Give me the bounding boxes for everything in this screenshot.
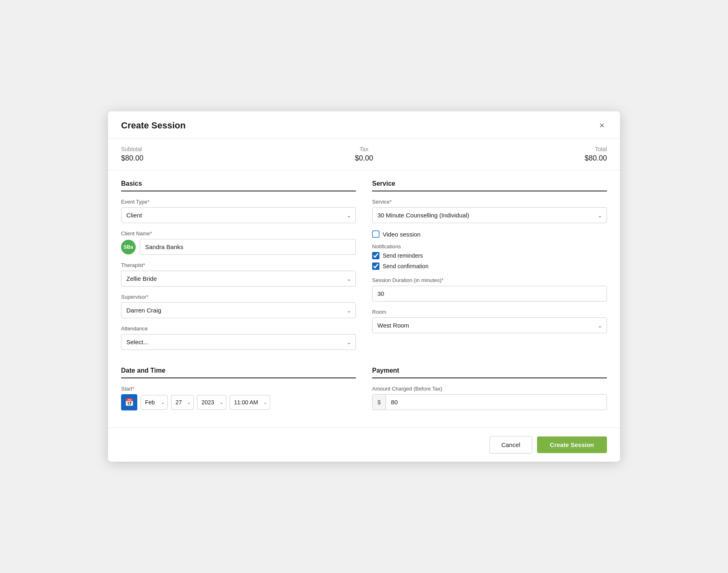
date-time-column: Date and Time Start* 📅 JanFebMar AprMayJ… xyxy=(121,367,356,418)
send-reminders-item: Send reminders xyxy=(372,252,607,259)
start-label: Start* xyxy=(121,386,356,392)
form-body: Basics Event Type* Client Group Other ⌄ xyxy=(108,170,620,357)
send-reminders-checkbox[interactable] xyxy=(372,252,379,259)
duration-label: Session Duration (in minutes)* xyxy=(372,277,607,283)
send-confirmation-label: Send confirmation xyxy=(383,263,429,269)
calendar-button[interactable]: 📅 xyxy=(121,394,137,410)
event-type-label: Event Type* xyxy=(121,199,356,205)
modal-title: Create Session xyxy=(121,120,186,131)
date-time-section-title: Date and Time xyxy=(121,367,356,378)
service-select[interactable]: 30 Minute Counselling (Individual) xyxy=(373,208,607,223)
video-session-label: Video session xyxy=(383,231,420,238)
supervisor-select[interactable]: Darren Craig xyxy=(121,303,355,318)
amount-group: Amount Charged (Before Tax) $ xyxy=(372,386,607,410)
checkbox-group: Send reminders Send confirmation xyxy=(372,252,607,270)
video-session-checkbox[interactable] xyxy=(372,230,379,238)
start-group: Start* 📅 JanFebMar AprMayJun JulAugSep O… xyxy=(121,386,356,410)
calendar-icon: 📅 xyxy=(125,398,134,407)
client-name-label: Client Name* xyxy=(121,230,356,237)
service-label: Service* xyxy=(372,199,607,205)
date-row: 📅 JanFebMar AprMayJun JulAugSep OctNovDe… xyxy=(121,394,356,410)
time-select[interactable]: 8:00 AM8:30 AM9:00 AM 9:30 AM10:00 AM10:… xyxy=(230,395,270,409)
subtotal-label: Subtotal xyxy=(121,146,283,152)
send-confirmation-checkbox[interactable] xyxy=(372,263,379,270)
duration-input[interactable] xyxy=(372,286,607,302)
supervisor-label: Supervisor* xyxy=(121,294,356,300)
service-section-title: Service xyxy=(372,180,607,191)
cancel-button[interactable]: Cancel xyxy=(490,436,532,454)
service-column: Service Service* 30 Minute Counselling (… xyxy=(372,180,607,357)
bottom-sections: Date and Time Start* 📅 JanFebMar AprMayJ… xyxy=(108,357,620,418)
client-name-row: SBa xyxy=(121,239,356,255)
room-label: Room xyxy=(372,309,607,315)
room-select[interactable]: West Room East Room Main Room xyxy=(373,318,607,333)
day-select[interactable]: 1234 5678 9101112 13141516 17181920 2122… xyxy=(171,395,193,409)
send-confirmation-item: Send confirmation xyxy=(372,263,607,270)
notifications-group: Notifications Send reminders Send confir… xyxy=(372,243,607,270)
modal-header: Create Session × xyxy=(108,111,620,139)
tax-label: Tax xyxy=(283,146,445,152)
amount-input[interactable] xyxy=(386,395,607,410)
client-name-group: Client Name* SBa xyxy=(121,230,356,255)
therapist-label: Therapist* xyxy=(121,262,356,268)
send-reminders-label: Send reminders xyxy=(383,252,423,259)
notifications-label: Notifications xyxy=(372,243,607,250)
room-select-wrapper[interactable]: West Room East Room Main Room ⌄ xyxy=(372,317,607,333)
subtotal-section: Subtotal $80.00 xyxy=(121,146,283,163)
event-type-select[interactable]: Client Group Other xyxy=(121,208,355,223)
form-columns: Basics Event Type* Client Group Other ⌄ xyxy=(121,180,607,357)
video-session-row: Video session xyxy=(372,230,607,238)
client-name-input[interactable] xyxy=(140,239,356,255)
month-select-wrapper[interactable]: JanFebMar AprMayJun JulAugSep OctNovDec … xyxy=(141,395,168,410)
supervisor-select-wrapper[interactable]: Darren Craig ⌄ xyxy=(121,302,356,318)
modal-footer: Cancel Create Session xyxy=(108,428,620,462)
total-section: Total $80.00 xyxy=(445,146,607,163)
summary-row: Subtotal $80.00 Tax $0.00 Total $80.00 xyxy=(108,139,620,170)
avatar: SBa xyxy=(121,240,136,254)
create-session-modal: Create Session × Subtotal $80.00 Tax $0.… xyxy=(108,111,620,462)
therapist-group: Therapist* Zellie Bride ⌄ xyxy=(121,262,356,286)
therapist-select-wrapper[interactable]: Zellie Bride ⌄ xyxy=(121,271,356,286)
basics-column: Basics Event Type* Client Group Other ⌄ xyxy=(121,180,356,357)
year-select-wrapper[interactable]: 202020212022 20232024 ⌄ xyxy=(197,395,226,410)
month-select[interactable]: JanFebMar AprMayJun JulAugSep OctNovDec xyxy=(141,395,167,409)
duration-group: Session Duration (in minutes)* xyxy=(372,277,607,302)
time-select-wrapper[interactable]: 8:00 AM8:30 AM9:00 AM 9:30 AM10:00 AM10:… xyxy=(230,395,270,410)
event-type-select-wrapper[interactable]: Client Group Other ⌄ xyxy=(121,207,356,223)
supervisor-group: Supervisor* Darren Craig ⌄ xyxy=(121,294,356,318)
subtotal-value: $80.00 xyxy=(121,154,283,163)
total-value: $80.00 xyxy=(445,154,607,163)
service-select-wrapper[interactable]: 30 Minute Counselling (Individual) ⌄ xyxy=(372,207,607,223)
attendance-label: Attendance xyxy=(121,326,356,332)
payment-column: Payment Amount Charged (Before Tax) $ xyxy=(372,367,607,418)
create-session-button[interactable]: Create Session xyxy=(537,436,607,453)
therapist-select[interactable]: Zellie Bride xyxy=(121,271,355,286)
attendance-select[interactable]: Select... Present Absent xyxy=(121,334,355,349)
attendance-select-wrapper[interactable]: Select... Present Absent ⌄ xyxy=(121,334,356,350)
tax-value: $0.00 xyxy=(283,154,445,163)
room-group: Room West Room East Room Main Room ⌄ xyxy=(372,309,607,333)
attendance-group: Attendance Select... Present Absent ⌄ xyxy=(121,326,356,350)
event-type-group: Event Type* Client Group Other ⌄ xyxy=(121,199,356,223)
year-select[interactable]: 202020212022 20232024 xyxy=(197,395,226,409)
amount-label: Amount Charged (Before Tax) xyxy=(372,386,607,392)
close-button[interactable]: × xyxy=(597,120,607,131)
tax-section: Tax $0.00 xyxy=(283,146,445,163)
basics-section-title: Basics xyxy=(121,180,356,191)
payment-section-title: Payment xyxy=(372,367,607,378)
amount-row: $ xyxy=(372,394,607,410)
service-group: Service* 30 Minute Counselling (Individu… xyxy=(372,199,607,223)
day-select-wrapper[interactable]: 1234 5678 9101112 13141516 17181920 2122… xyxy=(171,395,194,410)
total-label: Total xyxy=(445,146,607,152)
amount-prefix: $ xyxy=(373,395,386,410)
